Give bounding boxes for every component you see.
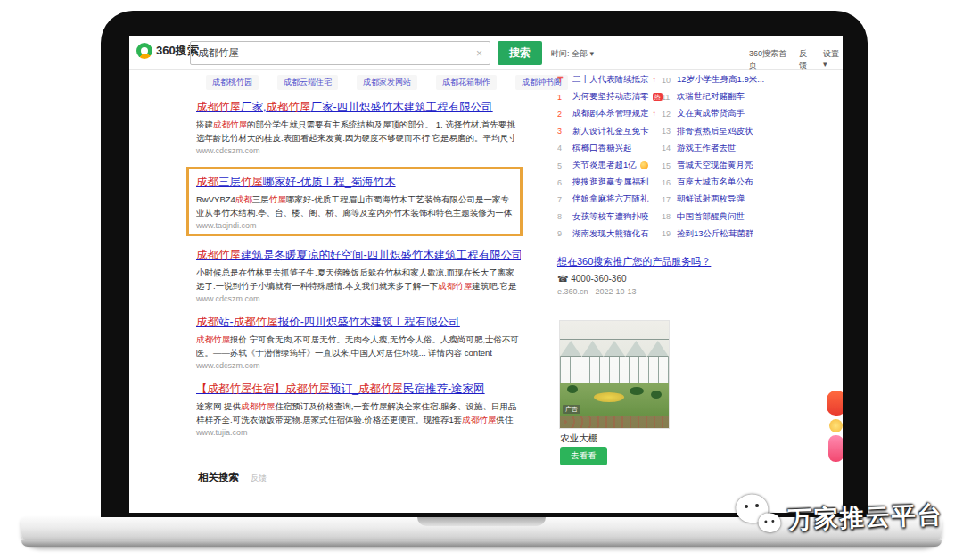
floating-ad-widget[interactable] (829, 419, 843, 432)
page: 360搜索 × 搜索 时间: 全部 ▾ 360搜索首页 反馈 设置 ▾ 成都桃竹… (0, 0, 963, 560)
rank-number: 2 (557, 110, 569, 119)
clear-search-icon[interactable]: × (469, 47, 490, 60)
search-input[interactable] (191, 48, 469, 59)
result-url: www.cdcszm.com (196, 294, 521, 303)
result-title-link[interactable]: 【成都竹屋住宿】成都竹屋预订_成都竹屋民宿推荐-途家网 (196, 382, 521, 397)
hot-item: 3新人设计礼金互免卡 (557, 123, 663, 140)
hot-item-link[interactable]: 成都剧本杀管理规定 (572, 108, 649, 119)
laptop-notch (417, 517, 546, 526)
search-button[interactable]: 搜索 (498, 41, 542, 65)
floating-ad-widget[interactable] (827, 391, 843, 416)
ad-caption: 农业大棚 (560, 432, 597, 445)
result-title-link[interactable]: 成都竹屋厂家,成都竹屋厂家-四川炽盛竹木建筑工程有限公司 (196, 100, 521, 115)
hot-item-link[interactable]: 朝鲜试射两枚导弹 (677, 194, 745, 205)
result-url: www.taojndi.com (196, 221, 513, 230)
hot-item-link[interactable]: 晋城天空现蛋黄月亮 (677, 160, 753, 171)
nav-settings-dropdown[interactable]: 设置 ▾ (823, 48, 843, 71)
hot-item: 1012岁小学生身高1.9米... (662, 71, 797, 88)
nav-feedback-link[interactable]: 反馈 (799, 48, 813, 71)
search-result: 成都竹屋厂家,成都竹屋厂家-四川炽盛竹木建筑工程有限公司 搭建成都竹屋的部分学生… (196, 100, 521, 155)
result-title-link[interactable]: 成都三层竹屋哪家好-优质工程_蜀海竹木 (196, 175, 513, 190)
related-tag[interactable]: 成都桃竹园 (206, 75, 259, 90)
bush (630, 387, 644, 395)
related-tags: 成都桃竹园 成都云端住宅 成都家发网站 成都花箱制作 成都钟书阁 (206, 75, 568, 90)
hot-item-link[interactable]: 女孩等校车遭狗扑咬 (572, 211, 649, 223)
hot-item-link[interactable]: 新人设计礼金互免卡 (572, 126, 649, 137)
hot-item: 8女孩等校车遭狗扑咬 (557, 209, 663, 226)
header-nav: 360搜索首页 反馈 设置 ▾ (749, 48, 843, 71)
hot-item-link[interactable]: 二十大代表陆续抵京 (572, 74, 649, 86)
result-snippet: 途家网 提供成都竹屋住宿预订及价格查询,一套竹屋解决全家住宿.服务、设施、日用品… (196, 399, 521, 426)
related-tag[interactable]: 成都家发网站 (357, 75, 417, 90)
result-url: www.cdcszm.com (196, 361, 521, 370)
rank-number: 12 (662, 110, 673, 119)
hot-item-link[interactable]: 关节炎患者超1亿 (572, 160, 637, 171)
related-tag[interactable]: 成都云端住宅 (277, 75, 338, 90)
floating-ad-widget[interactable] (828, 435, 843, 462)
hot-item-link[interactable]: 中国首部醒典问世 (677, 211, 745, 223)
phone-icon: ☎ (557, 274, 568, 284)
watermark: 万家推云平台 (735, 492, 943, 542)
hot-item-link[interactable]: 伴娘拿麻将六万随礼 (572, 194, 649, 205)
rank-number: 19 (662, 229, 673, 238)
laptop-screen: 360搜索 × 搜索 时间: 全部 ▾ 360搜索首页 反馈 设置 ▾ 成都桃竹… (129, 36, 843, 513)
results-list: 成都竹屋厂家,成都竹屋厂家-四川炽盛竹木建筑工程有限公司 搭建成都竹屋的部分学生… (196, 100, 521, 449)
go-see-button[interactable]: 去看看 (560, 447, 607, 465)
greenhouse-beam (560, 339, 669, 340)
hot-item-link[interactable]: 游戏王作者去世 (677, 143, 737, 154)
rank-number: 6 (557, 178, 569, 187)
hot-item-link[interactable]: 捡到13公斤松茸菌群 (677, 228, 754, 240)
hot-item-link[interactable]: 槟榔口香糖兴起 (572, 143, 632, 154)
hot-item: 12文在寅成带货高手 (662, 105, 797, 122)
greenhouse-walls (560, 357, 669, 383)
search-box[interactable]: × (190, 41, 490, 65)
garden-path (560, 416, 669, 428)
hot-item-link[interactable]: 为何要坚持动态清零 (572, 91, 649, 103)
rank-number: 1 (557, 93, 569, 102)
nav-home-link[interactable]: 360搜索首页 (749, 48, 789, 71)
result-snippet: RwVYBZ4成都三层竹屋哪家好-优质工程眉山市蜀海竹木工艺装饰有限公司是一家专… (196, 193, 513, 219)
result-url: www.cdcszm.com (196, 146, 521, 155)
hot-item-link[interactable]: 百座大城市名单公布 (677, 177, 753, 188)
hot-item: 14游戏王作者去世 (662, 140, 797, 157)
search-result: 成都三层竹屋哪家好-优质工程_蜀海竹木 RwVYBZ4成都三层竹屋哪家好-优质工… (196, 175, 513, 230)
search-result: 成都竹屋建筑是冬暖夏凉的好空间-四川炽盛竹木建筑工程有限公司 小时候总是在竹林里… (196, 248, 521, 303)
up-arrow-icon: ↑ (653, 110, 656, 118)
hot-item-link[interactable]: 排骨煮熟后呈鸡皮状 (677, 126, 753, 137)
rank-number: 5 (557, 161, 569, 170)
hot-badge: 热 (653, 93, 663, 101)
search-header: 360搜索 × 搜索 时间: 全部 ▾ 360搜索首页 反馈 设置 ▾ (129, 36, 843, 70)
result-title-link[interactable]: 成都站-成都竹屋报价-四川炽盛竹木建筑工程有限公司 (196, 315, 521, 330)
hot-item: 18中国首部醒典问世 (662, 209, 797, 226)
rank-number: 7 (557, 195, 569, 204)
rank-number: 17 (662, 195, 673, 204)
hot-item: 〒二十大代表陆续抵京↑ (557, 71, 663, 88)
promote-link[interactable]: 想在360搜索推广您的产品服务吗？ (557, 255, 711, 268)
ad-image-greenhouse[interactable]: 广告 (560, 321, 669, 428)
greenhouse-roofs (560, 341, 669, 357)
rank-number: 10 (662, 76, 673, 85)
hot-item: 17朝鲜试射两枚导弹 (662, 191, 797, 208)
search-result: 【成都竹屋住宿】成都竹屋预订_成都竹屋民宿推荐-途家网 途家网 提供成都竹屋住宿… (196, 382, 521, 437)
rank-number: 14 (662, 144, 673, 152)
hot-column-left: 〒二十大代表陆续抵京↑ 1为何要坚持动态清零热 2成都剧本杀管理规定↑ 3新人设… (557, 71, 663, 243)
hot-item-link[interactable]: 欢瑞世纪对赌翻车 (677, 91, 745, 103)
rank-number: 4 (557, 144, 569, 152)
hot-item: 1为何要坚持动态清零热 (557, 88, 663, 105)
result-title-link[interactable]: 成都竹屋建筑是冬暖夏凉的好空间-四川炽盛竹木建筑工程有限公司 (196, 248, 521, 263)
rank-number: 18 (662, 212, 673, 221)
hot-item: 4槟榔口香糖兴起 (557, 140, 663, 157)
promo-source: e.360.cn - 2022-10-13 (557, 287, 637, 296)
hot-item: 11欢瑞世纪对赌翻车 (662, 88, 797, 105)
watermark-label: 万家推云平台 (787, 498, 943, 536)
rank-number: 3 (557, 127, 569, 136)
wechat-icon (733, 490, 785, 544)
hot-item-link[interactable]: 搜搜逛逛赢专属福利 (572, 177, 649, 188)
hot-item-link[interactable]: 12岁小学生身高1.9米... (677, 74, 764, 86)
hot-item: 5关节炎患者超1亿 (557, 157, 663, 174)
time-filter-dropdown[interactable]: 时间: 全部 ▾ (551, 48, 594, 60)
related-tag[interactable]: 成都花箱制作 (436, 75, 497, 90)
hot-item-link[interactable]: 文在寅成带货高手 (677, 108, 745, 119)
related-feedback-link[interactable]: 反馈 (251, 473, 267, 484)
hot-item-link[interactable]: 湖南发现大熊猫化石 (572, 228, 649, 240)
